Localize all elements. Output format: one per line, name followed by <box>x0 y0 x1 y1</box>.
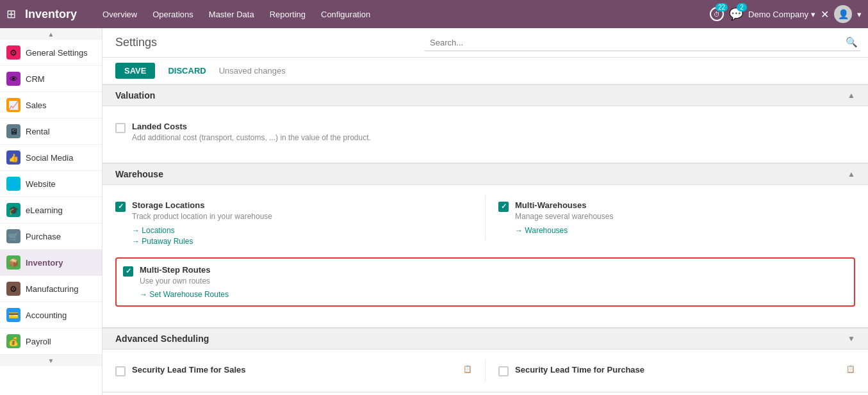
landed-costs-checkbox[interactable] <box>115 123 126 133</box>
advanced-scheduling-collapse-icon[interactable]: ▼ <box>848 334 855 343</box>
manufacturing-icon: ⚙ <box>6 282 20 296</box>
security-lead-purchase-col: Security Lead Time for Purchase 📋 <box>485 360 855 382</box>
chat-badge[interactable]: 💬 2 <box>729 7 743 21</box>
security-lead-sales-col: Security Lead Time for Sales 📋 <box>115 360 472 382</box>
nav-reporting[interactable]: Reporting <box>263 6 312 23</box>
save-button[interactable]: SAVE <box>115 63 155 79</box>
accounting-icon: 💳 <box>6 308 20 322</box>
purchase-icon: 🛒 <box>6 229 20 243</box>
chat-count: 2 <box>737 3 747 12</box>
sidebar-label-general-settings: General Settings <box>26 48 88 58</box>
advanced-scheduling-body: Security Lead Time for Sales 📋 Security … <box>102 350 868 392</box>
sidebar-item-payroll[interactable]: 💰 Payroll <box>0 328 102 355</box>
multi-step-routes-desc: Use your own routes <box>140 276 848 287</box>
sidebar-item-general-settings[interactable]: ⚙ General Settings <box>0 40 102 66</box>
set-warehouse-routes-link[interactable]: Set Warehouse Routes <box>140 290 848 299</box>
nav-master-data[interactable]: Master Data <box>202 6 261 23</box>
storage-locations-setting: Storage Locations Track product location… <box>115 195 472 251</box>
security-lead-purchase-title: Security Lead Time for Purchase <box>515 365 837 375</box>
multi-warehouses-col: Multi-Warehouses Manage several warehous… <box>485 195 855 240</box>
user-avatar[interactable]: 👤 <box>834 5 852 23</box>
app-title: Inventory <box>25 8 77 21</box>
sidebar-label-crm: CRM <box>26 74 45 84</box>
security-lead-sales-setting: Security Lead Time for Sales 📋 <box>115 360 472 382</box>
valuation-section-body: Landed Costs Add additional cost (transp… <box>102 106 868 163</box>
company-selector[interactable]: Demo Company ▾ <box>748 10 815 19</box>
security-lead-sales-checkbox[interactable] <box>115 366 126 376</box>
sidebar-scroll-up[interactable]: ▲ <box>0 28 102 40</box>
company-dropdown-icon: ▾ <box>811 10 815 19</box>
multi-warehouses-desc: Manage several warehouses <box>515 211 855 222</box>
payroll-icon: 💰 <box>6 334 20 348</box>
storage-locations-title: Storage Locations <box>132 200 472 210</box>
warehouse-collapse-icon[interactable]: ▲ <box>848 170 855 179</box>
sidebar-item-rental[interactable]: 🖥 Rental <box>0 118 102 145</box>
unsaved-changes-label: Unsaved changes <box>219 66 286 76</box>
multi-step-routes-highlight: Multi-Step Routes Use your own routes Se… <box>115 257 855 307</box>
multi-step-routes-highlight-wrapper: Multi-Step Routes Use your own routes Se… <box>115 257 855 307</box>
advanced-scheduling-section: Advanced Scheduling ▼ Security Lead Time… <box>102 328 868 392</box>
multi-warehouses-content: Multi-Warehouses Manage several warehous… <box>515 200 855 235</box>
settings-title-container: Settings <box>102 28 170 57</box>
valuation-section: Valuation ▲ Landed Costs Add additional … <box>102 85 868 163</box>
sidebar-label-inventory: Inventory <box>26 258 63 268</box>
warehouse-section: Warehouse ▲ Storage Locations Track prod… <box>102 163 868 328</box>
putaway-rules-link[interactable]: Putaway Rules <box>132 237 472 246</box>
sidebar-item-inventory[interactable]: 📦 Inventory <box>0 250 102 276</box>
sidebar-item-crm[interactable]: 👁 CRM <box>0 66 102 92</box>
search-input[interactable] <box>425 35 843 50</box>
clock-count: 22 <box>716 3 728 12</box>
nav-right: ⏱ 22 💬 2 Demo Company ▾ ✕ 👤 ▾ <box>710 5 862 23</box>
sidebar-item-social-media[interactable]: 👍 Social Media <box>0 145 102 171</box>
multi-warehouses-title: Multi-Warehouses <box>515 200 855 210</box>
sidebar-item-website[interactable]: 🌐 Website <box>0 171 102 197</box>
crm-icon: 👁 <box>6 72 20 86</box>
sidebar-label-social-media: Social Media <box>26 153 73 163</box>
social-media-icon: 👍 <box>6 150 20 165</box>
nav-overview[interactable]: Overview <box>96 6 143 23</box>
company-name: Demo Company <box>748 10 808 19</box>
sidebar-item-accounting[interactable]: 💳 Accounting <box>0 302 102 328</box>
security-lead-sales-content: Security Lead Time for Sales <box>132 365 454 376</box>
warehouse-two-col: Storage Locations Track product location… <box>115 195 855 251</box>
discard-button[interactable]: DISCARD <box>161 63 212 79</box>
sidebar-scroll-down[interactable]: ▼ <box>0 355 102 366</box>
search-container: 🔍 <box>425 34 860 51</box>
clock-badge[interactable]: ⏱ 22 <box>710 7 724 21</box>
sidebar-label-sales: Sales <box>26 101 47 110</box>
valuation-collapse-icon[interactable]: ▲ <box>848 91 855 100</box>
apps-icon[interactable]: ⊞ <box>6 7 16 21</box>
search-icon[interactable]: 🔍 <box>843 34 860 51</box>
close-button[interactable]: ✕ <box>821 8 829 20</box>
multi-warehouses-setting: Multi-Warehouses Manage several warehous… <box>498 195 855 240</box>
storage-locations-checkbox[interactable] <box>115 202 126 212</box>
warehouse-section-body: Storage Locations Track product location… <box>102 185 868 328</box>
nav-menu: Overview Operations Master Data Reportin… <box>96 6 703 23</box>
landed-costs-desc: Add additional cost (transport, customs,… <box>132 133 855 143</box>
multi-step-routes-checkbox[interactable] <box>123 266 133 277</box>
sidebar-item-manufacturing[interactable]: ⚙ Manufacturing <box>0 276 102 302</box>
sidebar-item-elearning[interactable]: 🎓 eLearning <box>0 197 102 223</box>
warehouses-link[interactable]: Warehouses <box>515 226 855 235</box>
multi-warehouses-checkbox[interactable] <box>498 202 509 212</box>
nav-configuration[interactable]: Configuration <box>315 6 377 23</box>
page-title: Settings <box>115 36 157 49</box>
sidebar-item-purchase[interactable]: 🛒 Purchase <box>0 223 102 250</box>
multi-step-routes-title: Multi-Step Routes <box>140 265 848 275</box>
sidebar-label-manufacturing: Manufacturing <box>26 284 78 294</box>
nav-operations[interactable]: Operations <box>146 6 200 23</box>
security-lead-purchase-setting: Security Lead Time for Purchase 📋 <box>498 360 855 382</box>
security-lead-purchase-checkbox[interactable] <box>498 366 509 376</box>
landed-costs-title: Landed Costs <box>132 122 855 131</box>
locations-link[interactable]: Locations <box>132 226 472 235</box>
sidebar-label-purchase: Purchase <box>26 232 61 241</box>
sidebar-item-sales[interactable]: 📈 Sales <box>0 92 102 118</box>
warehouse-title: Warehouse <box>115 169 163 179</box>
storage-locations-col: Storage Locations Track product location… <box>115 195 472 251</box>
content-area: Settings 🔍 SAVE DISCARD Unsaved changes … <box>102 28 868 395</box>
sales-icon: 📈 <box>6 98 20 112</box>
rental-icon: 🖥 <box>6 124 20 138</box>
valuation-section-header: Valuation ▲ <box>102 85 868 106</box>
advanced-scheduling-section-header: Advanced Scheduling ▼ <box>102 328 868 350</box>
sidebar-label-website: Website <box>26 179 56 189</box>
